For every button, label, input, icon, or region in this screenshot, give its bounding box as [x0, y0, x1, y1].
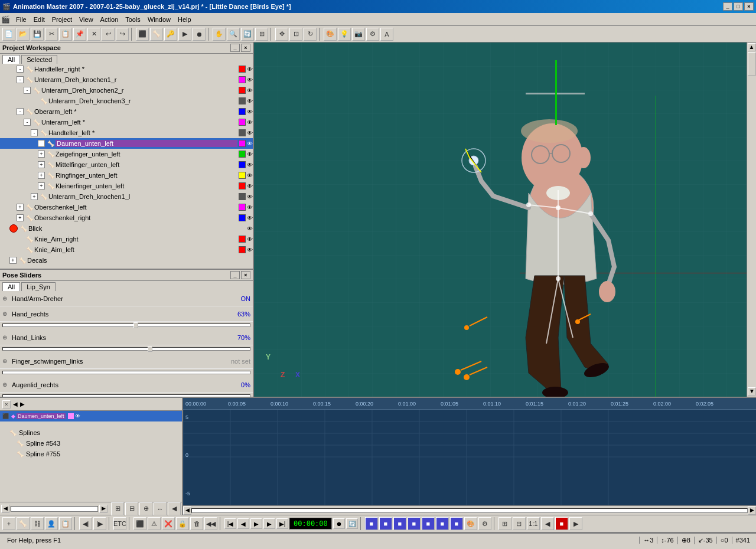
tree-expand-btn[interactable]: - — [24, 119, 31, 126]
viewport-scrollbar-v[interactable]: ▲ ▼ — [747, 43, 756, 397]
tb-lock[interactable]: 🔒 — [176, 517, 189, 530]
tb-rotate[interactable]: 🔄 — [241, 28, 254, 41]
ps-tab-all[interactable]: All — [2, 282, 20, 291]
tb-add-keyframe[interactable]: + — [2, 517, 15, 530]
tb-open[interactable]: 📂 — [17, 28, 30, 41]
visibility-icon[interactable]: 👁 — [247, 66, 253, 73]
menu-project[interactable]: Project — [48, 15, 76, 24]
tree-item[interactable]: -🦴Handteller_right *👁 — [0, 64, 253, 74]
tree-expand-btn[interactable]: - — [17, 76, 24, 83]
visibility-icon[interactable]: 👁 — [247, 236, 253, 243]
tb-record[interactable]: ⏺ — [193, 28, 206, 41]
tree-item[interactable]: +🦴Unterarm_Dreh_knochen1_l👁 — [0, 191, 253, 202]
visibility-icon[interactable]: 👁 — [247, 162, 253, 168]
pw-minimize[interactable]: _ — [230, 44, 240, 52]
tb-extra4[interactable]: ◀ — [541, 517, 554, 530]
tl-spline755[interactable]: 🦴 Spline #755 — [0, 449, 182, 459]
tb-save[interactable]: 💾 — [31, 28, 44, 41]
slider-track[interactable] — [2, 347, 250, 351]
tree-item[interactable]: -🦴Handteller_left *👁 — [0, 128, 253, 138]
timeline-scrollbar-h[interactable]: ◀ ▶ — [183, 505, 756, 515]
tree-item[interactable]: +🦴Daumen_unten_left👁 — [0, 138, 253, 149]
tab-all[interactable]: All — [2, 55, 20, 64]
transport-to-end[interactable]: ▶| — [276, 518, 288, 529]
tl-tb3[interactable]: ⊕ — [139, 502, 152, 515]
tb-copy2[interactable]: 📋 — [59, 517, 72, 530]
menu-window[interactable]: Window — [144, 15, 174, 24]
tree-expand-btn[interactable]: + — [38, 161, 45, 168]
tb-bones[interactable]: 🦴 — [150, 28, 163, 41]
tb-delete2[interactable]: 🗑 — [190, 517, 203, 530]
tb-extra5[interactable]: ■ — [555, 517, 568, 530]
ps-minimize[interactable]: _ — [230, 271, 240, 279]
menu-action[interactable]: Action — [97, 15, 122, 24]
tb-blue4[interactable]: ■ — [408, 517, 421, 530]
pw-close[interactable]: × — [241, 44, 250, 52]
visibility-icon[interactable]: 👁 — [247, 204, 253, 211]
ps-close[interactable]: × — [241, 271, 250, 279]
tb-chain[interactable]: ⛓ — [31, 517, 44, 530]
timeline-grid-area[interactable]: 5 0 -5 — [183, 410, 756, 505]
visibility-icon[interactable]: 👁 — [247, 140, 253, 147]
tb-light[interactable]: 💡 — [338, 28, 351, 41]
tl-item-selected[interactable]: ⬛ ◆ Daumen_unten_left 👁 — [0, 411, 182, 421]
menu-view[interactable]: View — [76, 15, 97, 24]
tree-expand-btn[interactable]: + — [31, 193, 38, 200]
scroll-down-btn[interactable]: ▼ — [748, 387, 756, 396]
tb-paste[interactable]: 📌 — [73, 28, 86, 41]
tree-item[interactable]: -🦴Unterarm_Dreh_knochen2_r👁 — [0, 85, 253, 96]
tree-item[interactable]: -🦴Unterarm_left *👁 — [0, 117, 253, 128]
slider-track[interactable] — [2, 323, 250, 327]
tree-item[interactable]: +🦴Zeigefinger_unten_left👁 — [0, 149, 253, 159]
tl-tb5[interactable]: ◀ — [168, 502, 181, 515]
tb-blue6[interactable]: ■ — [436, 517, 449, 530]
minimize-button[interactable]: _ — [723, 2, 732, 11]
tb-render[interactable]: 🎨 — [324, 28, 337, 41]
maximize-button[interactable]: □ — [734, 2, 743, 11]
scroll-thumb[interactable] — [748, 52, 756, 76]
tl-tb1[interactable]: ⊞ — [111, 502, 124, 515]
tree-expand-btn[interactable]: - — [17, 66, 24, 73]
tb-mk2[interactable]: ⚠ — [148, 517, 161, 530]
visibility-icon[interactable]: 👁 — [247, 226, 253, 232]
slider-track[interactable] — [2, 394, 250, 397]
tree-item[interactable]: -🦴Unterarm_Dreh_knochen1_r👁 — [0, 74, 253, 85]
tb-props[interactable]: ⚙ — [366, 28, 379, 41]
visibility-icon[interactable]: 👁 — [247, 119, 253, 126]
menu-tools[interactable]: Tools — [122, 15, 144, 24]
transport-record[interactable]: ⏺ — [333, 518, 345, 529]
tb-play[interactable]: ▶ — [178, 28, 191, 41]
tree-expand-btn[interactable]: + — [38, 172, 45, 179]
tb-rotate2[interactable]: ↻ — [304, 28, 317, 41]
transport-loop[interactable]: 🔄 — [346, 518, 358, 529]
transport-prev-frame[interactable]: ◀ — [237, 518, 249, 529]
ps-tab-lipsyn[interactable]: Lip_Syn — [21, 282, 56, 291]
tb-redo[interactable]: ↪ — [116, 28, 129, 41]
slider-track[interactable] — [2, 371, 250, 374]
tree-expand-btn[interactable]: + — [38, 182, 45, 189]
menu-edit[interactable]: Edit — [30, 15, 48, 24]
visibility-icon[interactable]: 👁 — [247, 77, 253, 83]
tree-expand-btn[interactable]: - — [31, 129, 38, 136]
tb-mk1[interactable]: ⬛ — [133, 517, 146, 530]
tb-blue3[interactable]: ■ — [393, 517, 406, 530]
tb-snap[interactable]: ETC — [113, 517, 126, 530]
visibility-icon[interactable]: 👁 — [247, 151, 253, 158]
tb-extra2[interactable]: ⊟ — [513, 517, 526, 530]
viewport-3d[interactable]: Y Z X — [254, 43, 756, 397]
tree-item[interactable]: +🦴Decals — [0, 255, 253, 266]
tb-next-key[interactable]: |▶ — [93, 517, 106, 530]
tree-item[interactable]: +🦴Mittelfinger_unten_left👁 — [0, 159, 253, 170]
tb-fit[interactable]: ⊞ — [255, 28, 268, 41]
visibility-icon[interactable]: 👁 — [247, 247, 253, 253]
tb-new[interactable]: 📄 — [2, 28, 15, 41]
tree-item[interactable]: +🦴Kleinerfinger_unten_left👁 — [0, 181, 253, 191]
visibility-icon[interactable]: 👁 — [247, 172, 253, 179]
visibility-icon[interactable]: 👁 — [247, 109, 253, 115]
slider-thumb[interactable] — [133, 322, 138, 328]
tb-cut[interactable]: ✂ — [45, 28, 58, 41]
tl-scroll-right[interactable]: ▶ — [99, 505, 107, 513]
visibility-icon[interactable]: 👁 — [247, 194, 253, 200]
tree-expand-btn[interactable]: + — [9, 257, 17, 264]
tb-render2[interactable]: 🎨 — [464, 517, 477, 530]
